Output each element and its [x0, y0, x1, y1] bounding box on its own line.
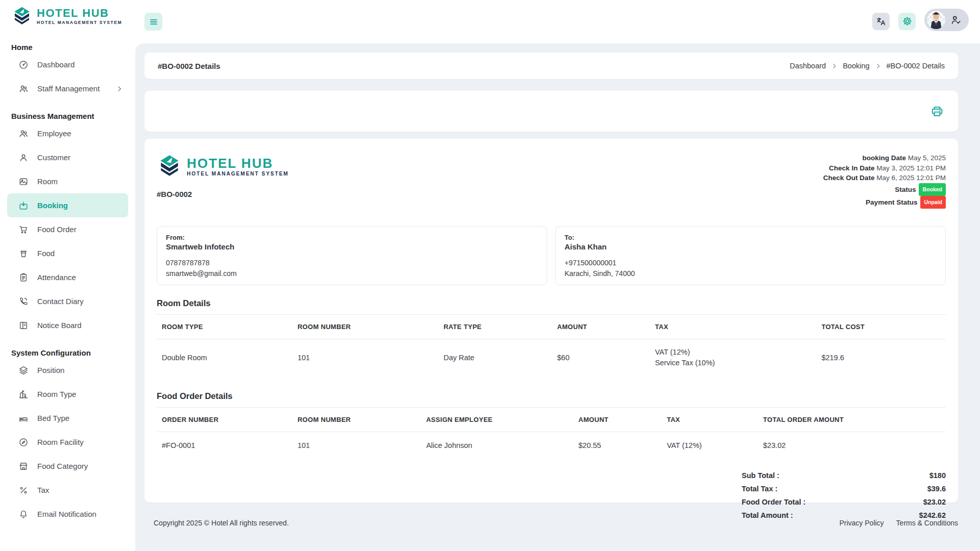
to-label: To: [565, 234, 937, 241]
from-name: Smartweb Infotech [166, 242, 538, 251]
sidebar-item-food[interactable]: Food [7, 241, 128, 265]
nav-section-home: Home [11, 43, 124, 52]
to-card: To: Aisha Khan +971500000001 Karachi, Si… [555, 226, 946, 285]
food-order-total-row: Food Order Total : $23.02 [742, 495, 946, 509]
breadcrumb: Dashboard Booking #BO-0002 Details [790, 62, 945, 70]
sidebar-item-label: Position [37, 366, 64, 374]
sidebar-item-position[interactable]: Position [7, 358, 128, 382]
cart-icon [18, 224, 29, 235]
sidebar-item-label: Food Order [37, 225, 77, 234]
layers-icon [18, 365, 29, 375]
from-label: From: [166, 234, 538, 241]
to-address: Karachi, Sindh, 74000 [565, 269, 937, 278]
room-table-header: ROOM TYPE ROOM NUMBER RATE TYPE AMOUNT T… [157, 315, 946, 339]
user-menu[interactable] [924, 9, 969, 31]
logo-text: HOTEL HUB HOTEL MANAGEMENT SYSTEM [37, 8, 122, 25]
tax-line: Service Tax (10%) [655, 358, 814, 368]
total-label: Sub Total : [742, 469, 779, 482]
column-header: TOTAL ORDER AMOUNT [758, 408, 946, 432]
column-header: AMOUNT [552, 315, 650, 339]
sidebar-item-food-category[interactable]: Food Category [7, 454, 128, 478]
person-icon [18, 153, 29, 163]
language-button[interactable] [872, 13, 890, 30]
meta-value: May 5, 2025 [908, 154, 946, 162]
food-order-details-title: Food Order Details [157, 391, 946, 408]
copyright-text: Copyright 2025 © Hotel All rights reserv… [154, 519, 289, 527]
booking-invoice-card: HOTEL HUB HOTEL MANAGEMENT SYSTEM #BO-00… [144, 139, 958, 503]
sidebar-item-booking[interactable]: Booking [7, 193, 128, 217]
people-icon [18, 129, 29, 139]
sidebar-item-label: Dashboard [37, 60, 75, 69]
to-phone: +971500000001 [565, 259, 937, 267]
translate-icon [876, 16, 886, 27]
meta-label: booking Date [862, 154, 906, 162]
payment-status-badge: Unpaid [920, 196, 946, 209]
menu-toggle-button[interactable] [144, 13, 162, 31]
cell-assign-employee: Alice Johnson [421, 432, 573, 459]
sidebar-item-label: Staff Management [37, 84, 100, 93]
column-header: ROOM TYPE [157, 315, 292, 339]
sidebar-item-attendance[interactable]: Attendance [7, 265, 128, 289]
sidebar-item-tax[interactable]: Tax [7, 478, 128, 502]
logo-title: HOTEL HUB [37, 8, 122, 19]
meta-label: Check In Date [829, 164, 874, 172]
sidebar-item-email-notification[interactable]: Email Notification [7, 502, 128, 526]
app-logo[interactable]: HOTEL HUB HOTEL MANAGEMENT SYSTEM [0, 0, 135, 28]
sidebar-item-notice-board[interactable]: Notice Board [7, 313, 128, 337]
sidebar-item-customer[interactable]: Customer [7, 145, 128, 169]
print-button[interactable] [930, 105, 944, 118]
gear-icon [902, 16, 913, 27]
chevron-right-icon [875, 63, 881, 69]
sidebar-item-contact-diary[interactable]: Contact Diary [7, 289, 128, 313]
main-content: #BO-0002 Details Dashboard Booking #BO-0… [135, 43, 980, 551]
column-header: ORDER NUMBER [157, 408, 292, 432]
payment-status-row: Payment StatusUnpaid [823, 196, 946, 209]
sidebar-item-room-type[interactable]: Room Type [7, 382, 128, 406]
avatar[interactable] [927, 11, 945, 29]
logo-text: HOTEL HUB HOTEL MANAGEMENT SYSTEM [187, 157, 289, 177]
sidebar-item-label: Employee [37, 129, 71, 138]
sidebar-item-room[interactable]: Room [7, 169, 128, 193]
food-table-header: ORDER NUMBER ROOM NUMBER ASSIGN EMPLOYEE… [157, 408, 946, 432]
food-table-row: #FO-0001 101 Alice Johnson $20.55 VAT (1… [157, 432, 946, 459]
sidebar-item-room-facility[interactable]: Room Facility [7, 430, 128, 454]
check-in-row: Check In Date May 3, 2025 12:01 PM [823, 163, 946, 173]
sidebar-item-bed-type[interactable]: Bed Type [7, 406, 128, 430]
sidebar: HOTEL HUB HOTEL MANAGEMENT SYSTEM Home D… [0, 0, 135, 551]
sidebar-item-label: Booking [37, 201, 68, 210]
cell-tax: VAT (12%) Service Tax (10%) [650, 339, 816, 376]
cell-amount: $20.55 [573, 432, 662, 459]
meta-label: Payment Status [866, 198, 917, 206]
column-header: TAX [650, 315, 816, 339]
sidebar-item-staff-management[interactable]: Staff Management [7, 77, 128, 101]
status-badge: Booked [919, 183, 946, 196]
total-value: $39.6 [927, 482, 946, 495]
totals-block: Sub Total : $180 Total Tax : $39.6 Food … [742, 469, 946, 522]
cell-order-number: #FO-0001 [157, 432, 292, 459]
topbar-actions [872, 9, 969, 31]
logo-title: HOTEL HUB [187, 157, 289, 170]
booking-number: #BO-0002 [157, 190, 289, 198]
breadcrumb-booking[interactable]: Booking [843, 62, 869, 70]
board-icon [18, 320, 29, 331]
sidebar-item-employee[interactable]: Employee [7, 121, 128, 145]
privacy-policy-link[interactable]: Privacy Policy [839, 519, 884, 527]
sidebar-item-label: Food Category [37, 462, 88, 470]
settings-button[interactable] [898, 13, 916, 30]
total-label: Food Order Total : [742, 495, 805, 509]
breadcrumb-dashboard[interactable]: Dashboard [790, 62, 826, 70]
sidebar-item-label: Food [37, 249, 55, 258]
hamburger-icon [149, 17, 159, 27]
terms-conditions-link[interactable]: Terms & Conditions [896, 519, 958, 527]
hotel-hub-logo-icon [157, 153, 182, 180]
sidebar-item-label: Attendance [37, 273, 76, 282]
meta-value: May 6, 2025 12:01 PM [876, 174, 946, 182]
sidebar-item-dashboard[interactable]: Dashboard [7, 53, 128, 77]
total-label: Total Tax : [742, 482, 777, 495]
sidebar-item-food-order[interactable]: Food Order [7, 217, 128, 241]
compass-icon [18, 437, 29, 447]
sidebar-nav: Home Dashboard Staff Management Business… [0, 28, 135, 526]
tax-line: VAT (12%) [655, 347, 814, 358]
bell-icon [18, 509, 29, 519]
hotel-hub-logo-icon [11, 5, 33, 28]
